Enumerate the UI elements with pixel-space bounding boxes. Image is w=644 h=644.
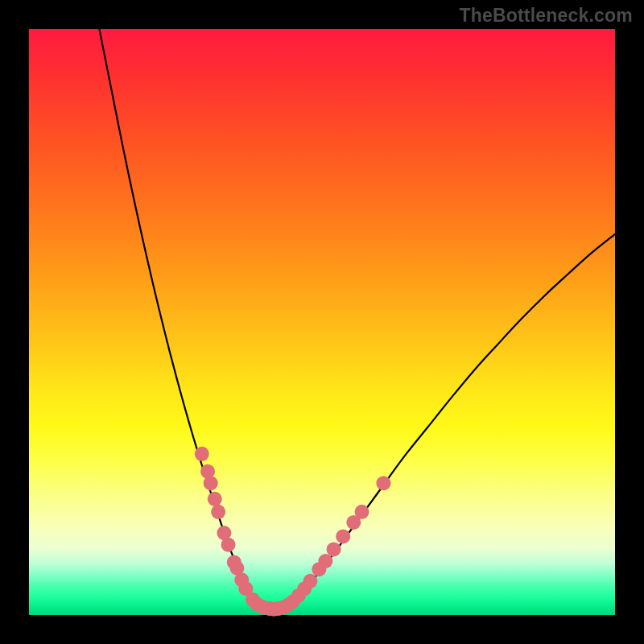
data-marker	[221, 538, 236, 552]
data-marker	[376, 476, 390, 490]
data-marker	[336, 529, 350, 543]
data-marker	[204, 476, 218, 490]
data-marker	[208, 492, 222, 506]
data-marker	[195, 447, 209, 461]
chart-svg	[29, 29, 615, 615]
data-markers	[195, 447, 391, 617]
data-marker	[355, 505, 369, 519]
data-marker	[327, 542, 341, 556]
data-marker	[318, 554, 332, 568]
data-marker	[303, 574, 317, 588]
plot-area	[29, 29, 615, 615]
chart-frame: TheBottleneck.com	[0, 0, 644, 644]
watermark-text: TheBottleneck.com	[459, 5, 633, 27]
data-marker	[211, 505, 225, 519]
